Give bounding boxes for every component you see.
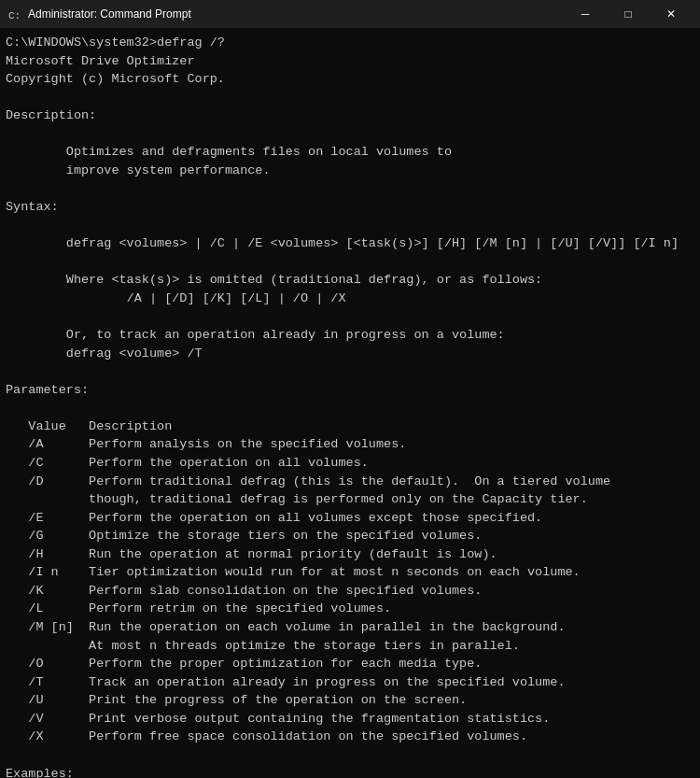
maximize-button[interactable]: □ [607,0,650,28]
close-button[interactable]: ✕ [650,0,693,28]
svg-text:C:: C: [8,10,21,21]
cmd-window: C: Administrator: Command Prompt ─ □ ✕ C… [0,0,700,778]
title-bar: C: Administrator: Command Prompt ─ □ ✕ [0,0,700,28]
window-controls: ─ □ ✕ [564,0,693,28]
window-title: Administrator: Command Prompt [28,7,564,21]
cmd-icon: C: [7,7,22,21]
terminal-content[interactable]: C:\WINDOWS\system32>defrag /? Microsoft … [0,28,700,778]
minimize-button[interactable]: ─ [564,0,607,28]
